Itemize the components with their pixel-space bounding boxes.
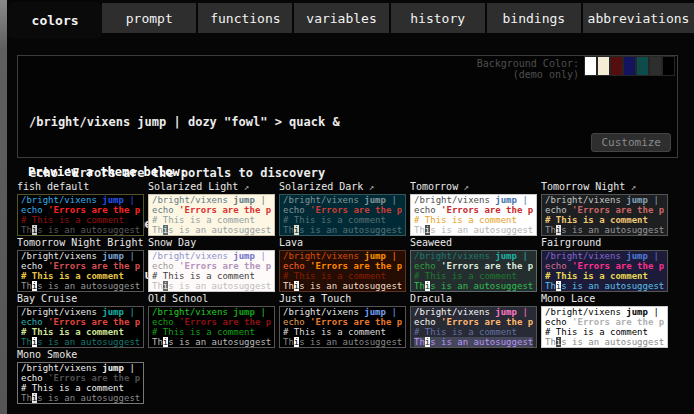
segment-comment: # This is a comment — [21, 327, 124, 337]
theme-preview-mono-smoke[interactable]: /bright/vixens jump | dozy "echo 'Errors… — [17, 362, 144, 404]
tab-colors[interactable]: colors — [8, 2, 102, 39]
theme-sample-line-1: /bright/vixens jump | dozy " — [21, 363, 140, 373]
background-color-label-line2: (demo only) — [477, 69, 579, 80]
segment-pipe: | — [648, 195, 664, 205]
theme-sample-line-4: This is an autosuggestion — [545, 337, 664, 347]
theme-sample-line-4: This is an autosuggestion — [21, 281, 140, 291]
theme-sample-line-2: echo 'Errors are the portals — [414, 205, 533, 215]
theme-preview-fairground[interactable]: /bright/vixens jump | dozy "echo 'Errors… — [541, 250, 668, 292]
bg-swatch-1[interactable] — [597, 56, 610, 76]
tab-bindings[interactable]: bindings — [487, 3, 583, 33]
theme-preview-fish-default[interactable]: /bright/vixens jump | dozy "echo 'Errors… — [17, 194, 144, 236]
theme-sample-line-2: echo 'Errors are the portals — [545, 261, 664, 271]
tab-variables[interactable]: variables — [294, 3, 390, 33]
theme-preview-mono-lace[interactable]: /bright/vixens jump | dozy "echo 'Errors… — [541, 306, 668, 348]
segment-pipe: | — [648, 251, 664, 261]
segment-echo: echo — [152, 317, 179, 327]
segment-comment: # This is a comment — [152, 215, 255, 225]
theme-sample-line-4: This is an autosuggestion — [414, 337, 533, 347]
customize-button[interactable]: Customize — [591, 133, 671, 152]
theme-title-mono-lace: Mono Lace — [541, 293, 668, 305]
theme-title-solarized-light: Solarized Light ↗ — [148, 181, 275, 193]
bg-swatch-2[interactable] — [610, 56, 623, 76]
theme-sample-line-3: # This is a comment — [545, 327, 664, 337]
tab-prompt[interactable]: prompt — [102, 3, 198, 33]
left-edge-strip — [0, 0, 7, 414]
theme-preview-tomorrow[interactable]: /bright/vixens jump | dozy "echo 'Errors… — [410, 194, 537, 236]
theme-preview-old-school[interactable]: /bright/vixens jump | dozy "echo 'Errors… — [148, 306, 275, 348]
segment-cmd: jump — [233, 307, 255, 317]
tab-history[interactable]: history — [391, 3, 487, 33]
theme-sample-line-2: echo 'Errors are the portals — [21, 261, 140, 271]
segment-path: /bright/vixens — [283, 307, 364, 317]
theme-preview-dracula[interactable]: /bright/vixens jump | dozy "echo 'Errors… — [410, 306, 537, 348]
external-link-icon[interactable]: ↗ — [625, 182, 636, 192]
theme-sample-line-3: # This is a comment — [21, 327, 140, 337]
theme-title-bay-cruise: Bay Cruise — [17, 293, 144, 305]
theme-sample-line-4: This is an autosuggestion — [283, 337, 402, 347]
theme-preview-tomorrow-night-bright[interactable]: /bright/vixens jump | dozy "echo 'Errors… — [17, 250, 144, 292]
segment-str: 'Errors are the portals — [441, 317, 533, 327]
theme-sample-line-1: /bright/vixens jump | dozy " — [414, 307, 533, 317]
tab-functions[interactable]: functions — [198, 3, 294, 33]
segment-auto: s is an autosuggestion — [430, 337, 533, 347]
bg-swatch-0[interactable] — [584, 56, 597, 76]
segment-echo: echo — [21, 261, 48, 271]
theme-card-tomorrow-night: Tomorrow Night ↗/bright/vixens jump | do… — [541, 181, 668, 236]
segment-str: 'Errors are the portals — [310, 317, 402, 327]
bg-swatch-4[interactable] — [636, 56, 649, 76]
theme-name: Old School — [148, 293, 208, 304]
theme-preview-tomorrow-night[interactable]: /bright/vixens jump | dozy "echo 'Errors… — [541, 194, 668, 236]
tab-bar: colorspromptfunctionsvariableshistorybin… — [8, 0, 694, 40]
theme-name: Snow Day — [148, 237, 196, 248]
segment-cmd: jump — [102, 363, 124, 373]
bg-swatch-6[interactable] — [662, 56, 675, 76]
external-link-icon[interactable]: ↗ — [363, 182, 374, 192]
theme-preview-seaweed[interactable]: /bright/vixens jump | dozy "echo 'Errors… — [410, 250, 537, 292]
segment-echo: echo — [545, 261, 572, 271]
theme-sample-line-4: This is an autosuggestion — [152, 337, 271, 347]
segment-auto: s is an autosuggestion — [561, 337, 664, 347]
theme-sample-line-2: echo 'Errors are the portals — [545, 205, 664, 215]
external-link-icon[interactable]: ↗ — [458, 182, 469, 192]
theme-preview-solarized-light[interactable]: /bright/vixens jump | dozy "echo 'Errors… — [148, 194, 275, 236]
theme-preview-solarized-dark[interactable]: /bright/vixens jump | dozy "echo 'Errors… — [279, 194, 406, 236]
segment-auto: s is an autosuggestion — [299, 337, 402, 347]
tab-abbreviations[interactable]: abbreviations — [583, 3, 694, 33]
segment-auto: Th — [21, 337, 32, 347]
bg-swatch-3[interactable] — [623, 56, 636, 76]
external-link-icon[interactable]: ↗ — [238, 182, 249, 192]
theme-name: Tomorrow — [410, 181, 458, 192]
theme-name: Dracula — [410, 293, 452, 304]
theme-sample-line-4: This is an autosuggestion — [283, 225, 402, 235]
segment-echo: echo — [545, 317, 572, 327]
theme-preview-lava[interactable]: /bright/vixens jump | dozy "echo 'Errors… — [279, 250, 406, 292]
theme-preview-bay-cruise[interactable]: /bright/vixens jump | dozy "echo 'Errors… — [17, 306, 144, 348]
bg-swatch-5[interactable] — [649, 56, 662, 76]
segment-cmd: jump — [626, 251, 648, 261]
segment-auto: Th — [21, 225, 32, 235]
theme-sample-line-1: /bright/vixens jump | dozy " — [21, 251, 140, 261]
theme-preview-just-a-touch[interactable]: /bright/vixens jump | dozy "echo 'Errors… — [279, 306, 406, 348]
segment-cmd: jump — [626, 195, 648, 205]
theme-sample-line-4: This is an autosuggestion — [21, 393, 140, 403]
theme-preview-snow-day[interactable]: /bright/vixens jump | dozy "echo 'Errors… — [148, 250, 275, 292]
theme-sample-line-3: # This is a comment — [21, 383, 140, 393]
theme-sample-line-3: # This is a comment — [283, 271, 402, 281]
theme-sample-line-1: /bright/vixens jump | dozy " — [545, 307, 664, 317]
theme-sample-line-2: echo 'Errors are the portals — [152, 205, 271, 215]
theme-sample-line-4: This is an autosuggestion — [21, 225, 140, 235]
background-color-label: Background Color: (demo only) — [477, 58, 579, 80]
theme-sample-line-2: echo 'Errors are the portals — [152, 317, 271, 327]
theme-sample-line-3: # This is a comment — [545, 215, 664, 225]
theme-sample-line-2: echo 'Errors are the portals — [283, 205, 402, 215]
theme-sample-line-2: echo 'Errors are the portals — [283, 317, 402, 327]
theme-card-mono-smoke: Mono Smoke/bright/vixens jump | dozy "ec… — [17, 349, 144, 404]
theme-sample-line-3: # This is a comment — [414, 271, 533, 281]
theme-name: Bay Cruise — [17, 293, 77, 304]
segment-pipe: | — [124, 307, 140, 317]
theme-card-fairground: Fairground/bright/vixens jump | dozy "ec… — [541, 237, 668, 292]
segment-pipe: | — [517, 195, 533, 205]
segment-auto: s is an autosuggestion — [37, 281, 140, 291]
external-link-icon[interactable]: ↗ — [143, 238, 144, 248]
